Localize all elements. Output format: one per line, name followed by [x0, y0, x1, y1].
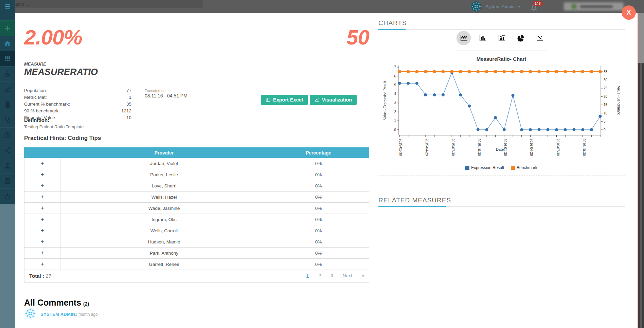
percentage-cell: 0% [268, 169, 369, 180]
stat-label: Current % benchmark: [24, 102, 70, 108]
table-row: +Jordan, Violet0% [24, 158, 369, 169]
power-icon [4, 193, 11, 200]
sidebar-item-analytics[interactable] [0, 81, 15, 97]
svg-text:20: 20 [604, 95, 608, 98]
notifications-button[interactable]: 146 [530, 2, 541, 13]
measure-name: MEASURERATIO [24, 67, 98, 77]
svg-text:10: 10 [604, 111, 608, 115]
expand-row-button[interactable]: + [24, 214, 60, 225]
svg-text:2016-07-30: 2016-07-30 [556, 139, 560, 156]
chart-type-trend-chart[interactable] [495, 31, 509, 45]
partner-logo [564, 2, 624, 11]
page-3[interactable]: 3 [330, 273, 333, 279]
sidebar-item-grid[interactable] [0, 51, 15, 66]
stat-label: Population: [24, 88, 47, 95]
related-accent-bar [378, 206, 446, 207]
sidebar-item-database[interactable] [0, 173, 15, 188]
stat-label: Metric Met: [24, 95, 47, 102]
provider-cell: Wade, Jasmine [60, 203, 268, 214]
expand-row-button[interactable]: + [24, 236, 60, 248]
sidebar-item-physician[interactable] [0, 158, 15, 173]
table-row: +Park, Anthony0% [24, 248, 369, 259]
comments-title: All Comments(2) [24, 298, 89, 308]
search-input[interactable] [10, 2, 199, 7]
stat-row-0: Population:77 [24, 88, 131, 95]
stat-value: 1 [129, 95, 131, 102]
comment-author: SYSTEM ADMIN [40, 312, 75, 317]
svg-text:1: 1 [394, 119, 396, 123]
stat-row-3: 90 % benchmark:1212 [24, 108, 131, 115]
percentage-cell: 0% [268, 225, 369, 236]
sidebar-item-stethoscope[interactable] [0, 112, 15, 127]
expand-row-button[interactable]: + [24, 248, 60, 259]
table-row: +Garrett, Renee0% [24, 259, 369, 270]
percentage-cell: 0% [268, 180, 369, 192]
close-modal-button[interactable]: X [622, 5, 636, 20]
page-1[interactable]: 1 [306, 273, 309, 279]
provider-cell: Garrett, Renee [60, 259, 268, 270]
executed-on-value: 08.11.16 - 04.51 PM [145, 93, 187, 98]
sidebar-item-history[interactable] [0, 127, 15, 143]
column-expand [24, 148, 60, 158]
export-excel-button[interactable]: Export Excel [261, 95, 308, 105]
provider-cell: Parker, Leslie [60, 169, 268, 180]
chevron-down-icon [518, 6, 521, 7]
expand-row-button[interactable]: + [24, 225, 60, 236]
sidebar-item-home[interactable] [0, 36, 15, 51]
measure-score-value: 50 [346, 27, 369, 48]
sidebar-item-power[interactable] [0, 188, 15, 204]
table-row: +Hudson, Mamie0% [24, 236, 369, 248]
chart-type-line-chart[interactable] [457, 31, 471, 45]
table-row: +Ingram, Otis0% [24, 214, 369, 225]
table-row: +Love, Sherri0% [24, 180, 369, 192]
grid-icon [4, 55, 11, 62]
page-scrollbar[interactable] [640, 63, 642, 328]
page-next[interactable]: Next [343, 273, 352, 279]
expand-row-button[interactable]: + [24, 203, 60, 214]
comment-avatar [24, 307, 36, 320]
chart-title: MeasureRatio- Chart [382, 56, 620, 62]
svg-text:7: 7 [394, 65, 396, 69]
user-avatar [470, 0, 482, 13]
scatter-chart-icon [536, 34, 544, 42]
export-excel-icon [266, 97, 271, 103]
chart-svg: 01234567051015202530352015-01-302015-04-… [382, 63, 620, 165]
table-row: +Wells, Hazel0% [24, 192, 369, 203]
stat-value: 10 [126, 115, 131, 122]
sidebar-item-share[interactable] [0, 143, 15, 158]
chart-type-pie-chart[interactable] [514, 31, 528, 45]
svg-text:0: 0 [394, 128, 396, 132]
expand-row-button[interactable]: + [24, 180, 60, 192]
user-menu[interactable]: System Admin [470, 0, 521, 13]
expand-row-button[interactable]: + [24, 192, 60, 203]
svg-text:2015-07-30: 2015-07-30 [451, 139, 455, 156]
percentage-cell: 0% [268, 192, 369, 203]
global-search[interactable] [0, 0, 202, 8]
stat-row-2: Current % benchmark:35 [24, 102, 131, 108]
sidebar-menu-toggle[interactable] [0, 0, 15, 13]
sidebar-item-document[interactable] [0, 97, 15, 112]
analytics-icon [4, 86, 11, 93]
sidebar-item-accessibility[interactable] [0, 66, 15, 81]
expand-row-button[interactable]: + [24, 259, 60, 270]
svg-text:4: 4 [394, 92, 396, 96]
page-last[interactable]: » [361, 273, 364, 279]
definition-text: Testing Patient Ratio Template [24, 124, 84, 129]
percentage-cell: 0% [268, 259, 369, 270]
executed-on: Executed on 08.11.16 - 04.51 PM [145, 89, 187, 98]
chart-type-scatter-chart[interactable] [533, 31, 547, 45]
chart-type-bar-chart[interactable] [476, 31, 490, 45]
measure-ratio-chart: 01234567051015202530352015-01-302015-04-… [382, 63, 620, 165]
svg-text:2015-10-30: 2015-10-30 [477, 139, 481, 156]
visualization-button[interactable]: Visualization [310, 95, 357, 105]
comments-count: (2) [83, 301, 89, 307]
expand-row-button[interactable]: + [24, 158, 60, 169]
definition-label: Definition: [24, 117, 49, 123]
share-icon [4, 147, 11, 154]
svg-text:5: 5 [394, 83, 396, 87]
chart-type-toolbar [378, 31, 625, 45]
comment-time: 1 month ago [75, 312, 98, 317]
expand-row-button[interactable]: + [24, 169, 60, 180]
sidebar-item-add[interactable] [0, 20, 15, 36]
page-2[interactable]: 2 [319, 273, 321, 279]
